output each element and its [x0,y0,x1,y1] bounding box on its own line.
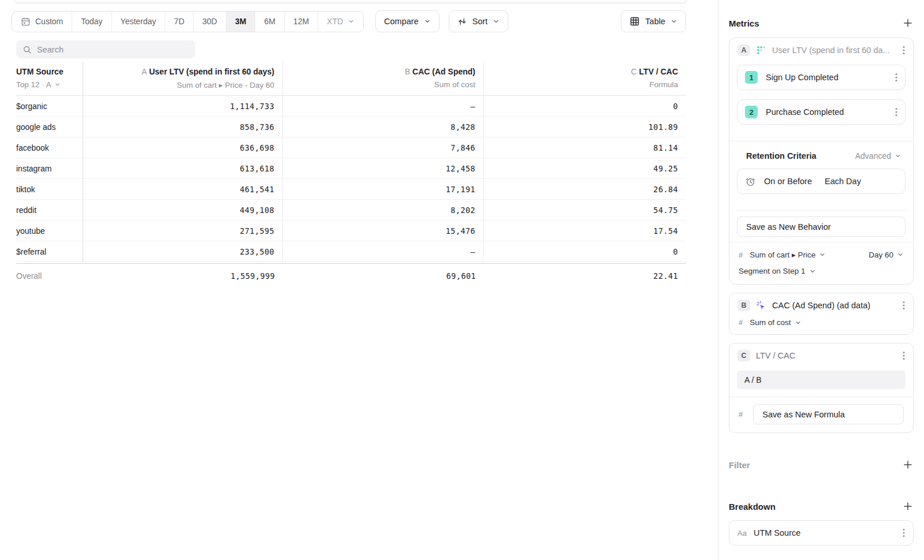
ratio-cell: 54.75 [484,200,686,220]
table-row[interactable]: facebook 636,698 7,846 81.14 [16,137,686,158]
ratio-cell: 17.54 [484,221,686,241]
metric-card-c: C LTV / CAC A / B # Save as New Formula [729,343,914,433]
table-view-button[interactable]: Table [621,10,686,32]
date-range-custom[interactable]: Custom [12,12,72,32]
ratio-cell: 101.89 [484,117,686,137]
results-table: UTM Source Top 12 · A A User LTV (spend … [16,61,686,288]
metrics-section-header: Metrics [729,17,914,29]
table-row[interactable]: tiktok 461,541 17,191 26.84 [16,179,686,200]
ltv-cell: 449,108 [83,200,283,220]
column-title: User LTV (spend in first 60 days) [149,67,274,76]
segment-on-step-label: Segment on Step 1 [739,267,806,275]
metric-a-header[interactable]: A User LTV (spend in first 60 da... [729,38,913,62]
metric-letter-badge: A [737,44,750,56]
table-row[interactable]: $organic 1,114,733 – 0 [16,96,686,117]
column-title: UTM Source [16,66,83,77]
ad-data-event-icon [756,300,766,311]
column-letter: C [631,67,637,76]
report-canvas: Custom Today Yesterday 7D 30D 3M 6M 12M … [0,0,718,560]
add-breakdown-button[interactable] [902,501,914,512]
string-property-icon: Aa [737,529,747,537]
column-header-c[interactable]: C LTV / CAC Formula [484,61,686,95]
utm-cell: instagram [16,158,83,178]
date-range-7d[interactable]: 7D [165,12,193,32]
date-range-xtd[interactable]: XTD [318,12,363,32]
kebab-menu-icon[interactable] [903,528,905,537]
date-range-6m[interactable]: 6M [255,12,284,32]
date-range-3m[interactable]: 3M [226,12,255,32]
chevron-down-icon [54,81,61,88]
utm-cell: $referral [16,241,83,262]
date-range-today[interactable]: Today [72,12,111,32]
utm-cell: google ads [16,117,83,137]
date-range-30d[interactable]: 30D [193,12,226,32]
column-letter: A [141,67,147,76]
table-row[interactable]: $referral 233,500 – 0 [16,241,686,262]
criteria-interval-dropdown[interactable]: Each Day [825,177,861,186]
criteria-condition-dropdown[interactable]: On or Before [764,177,812,186]
metrics-title: Metrics [729,18,759,28]
funnel-step-2[interactable]: 2 Purchase Completed [737,99,906,125]
column-header-a[interactable]: A User LTV (spend in first 60 days) Sum … [83,61,283,95]
alarm-clock-icon [745,176,756,187]
column-header-utm-source[interactable]: UTM Source Top 12 · A [16,61,83,95]
ratio-cell: 49.25 [484,158,686,178]
date-range-yesterday[interactable]: Yesterday [112,12,166,32]
sort-button[interactable]: Sort [449,10,509,32]
chevron-down-icon [348,18,355,25]
date-range-12m[interactable]: 12M [285,12,318,32]
segment-on-step-dropdown[interactable]: Segment on Step 1 [739,267,816,275]
measurement-window-dropdown[interactable]: Day 60 [869,251,904,259]
table-row[interactable]: reddit 449,108 8,202 54.75 [16,200,686,221]
column-header-b[interactable]: B CAC (Ad Spend) Sum of cost [283,61,484,95]
compare-button[interactable]: Compare [375,10,439,32]
save-as-new-formula-button[interactable]: Save as New Formula [753,404,904,424]
retention-mode-dropdown[interactable]: Advanced [855,151,901,160]
kebab-menu-icon[interactable] [903,301,905,310]
save-as-new-behavior-button[interactable]: Save as New Behavior [737,216,906,237]
search-input[interactable] [37,45,189,54]
utm-cell: tiktok [16,179,83,199]
step-event-name: Purchase Completed [766,107,887,117]
kebab-menu-icon[interactable] [903,46,905,55]
behavioral-metric-icon [756,45,766,55]
metric-c-header[interactable]: C LTV / CAC [729,344,913,368]
retention-mode-label: Advanced [855,151,891,160]
step-number-badge: 2 [745,106,758,118]
add-filter-button[interactable] [902,459,914,471]
metric-a-aggregation: # Sum of cart ▸ Price Day 60 Segment on … [729,242,913,284]
aggregation-property-dropdown[interactable]: Sum of cart ▸ Price [750,250,826,259]
cac-cell: 15,476 [283,221,484,241]
query-builder-panel: Metrics A User LTV (spend in first 60 da… [718,0,924,560]
funnel-step-1[interactable]: 1 Sign Up Completed [737,65,906,90]
breakdown-item-utm-source[interactable]: Aa UTM Source [729,520,914,546]
overall-label: Overall [16,264,83,288]
kebab-menu-icon[interactable] [895,73,897,82]
chart-card-edge [14,0,687,3]
table-row[interactable]: google ads 858,736 8,428 101.89 [16,117,686,137]
table-row[interactable]: instagram 613,618 12,458 49.25 [16,158,686,179]
numeric-type-icon: # [739,318,743,327]
table-grid-icon [629,16,640,27]
ltv-cell: 271,595 [83,221,283,241]
formula-input[interactable]: A / B [737,371,906,389]
column-subtitle: Sum of cart ▸ Price - Day 60 [83,80,274,89]
table-row[interactable]: youtube 271,595 15,476 17.54 [16,221,686,241]
cac-cell: – [283,96,484,116]
search-icon [23,45,32,54]
metric-name: LTV / CAC [756,351,897,360]
filter-title: Filter [729,460,750,470]
toolbar: Custom Today Yesterday 7D 30D 3M 6M 12M … [12,10,686,32]
cac-cell: 8,202 [283,200,484,220]
cac-cell: 12,458 [283,158,484,178]
metric-name: User LTV (spend in first 60 da... [772,46,897,55]
retention-criteria-header: Retention Criteria Advanced [729,141,913,160]
kebab-menu-icon[interactable] [895,107,897,117]
metric-letter-badge: B [737,300,750,311]
add-metric-button[interactable] [902,17,914,29]
retention-criteria-row: On or Before Each Day [737,169,906,194]
metric-b-header[interactable]: B CAC (Ad Spend) (ad data) [729,293,913,318]
aggregation-property-dropdown[interactable]: Sum of cost [750,318,801,327]
kebab-menu-icon[interactable] [903,351,905,360]
cac-cell: 7,846 [283,137,484,158]
